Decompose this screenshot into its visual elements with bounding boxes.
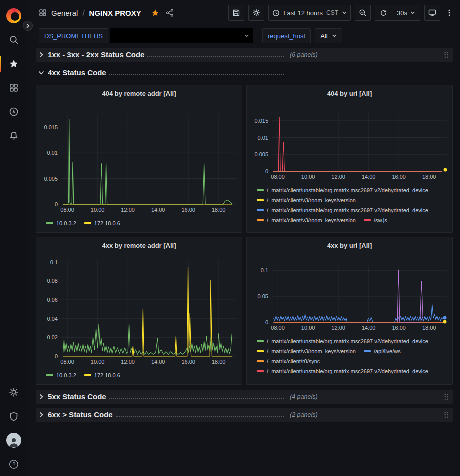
y-tick-label: 0.06 [47, 297, 58, 303]
dashboards-grid-icon [9, 83, 19, 93]
y-tick-label: 0.01 [258, 135, 268, 141]
legend-item[interactable]: /_matrix/client/unstable/org.matrix.msc2… [257, 338, 428, 344]
x-axis: 08:0010:0012:0014:0016:0018:00 [272, 171, 447, 180]
legend-item[interactable]: 172.18.0.6 [84, 372, 120, 378]
x-tick-label: 10:00 [301, 174, 315, 180]
compass-icon [9, 107, 19, 117]
zoom-out-button[interactable] [355, 5, 371, 21]
legend-item[interactable]: /_matrix/client/unstable/org.matrix.msc2… [257, 368, 428, 374]
clock-icon [272, 9, 280, 17]
chevron-right-icon [25, 23, 30, 28]
plot-area[interactable] [61, 259, 237, 356]
star-icon [9, 59, 19, 69]
x-tick-label: 10:00 [91, 359, 105, 365]
share-icon[interactable] [166, 9, 174, 17]
legend-item[interactable]: /_matrix/client/r0/sync [257, 358, 320, 364]
plot-area[interactable] [272, 266, 447, 322]
variable-label-request-host: request_host [262, 28, 311, 43]
x-tick-label: 12:00 [121, 207, 135, 213]
variable-value-ds-dropdown[interactable] [110, 28, 253, 43]
sidebar-item-configuration[interactable] [0, 380, 28, 404]
sidebar-item-profile[interactable] [0, 428, 28, 452]
x-tick-label: 16:00 [392, 174, 406, 180]
panel-2: 404 by uri [All]00.0050.010.01508:0010:0… [246, 85, 453, 233]
legend-color-marker [257, 199, 264, 201]
row-title: 1xx - 3xx - 2xx Status Code [48, 50, 144, 59]
drag-handle-icon[interactable] [444, 51, 449, 58]
row-title: 5xx Status Code [48, 392, 106, 401]
dashboard-settings-button[interactable] [248, 5, 264, 21]
panel-title[interactable]: 4xx by uri [All] [252, 240, 447, 251]
favorite-star-icon[interactable] [151, 9, 159, 17]
legend-item[interactable]: 10.0.3.2 [46, 220, 76, 226]
plot-area[interactable] [61, 114, 237, 204]
legend-item[interactable]: /_matrix/client/v3/room_keys/version [257, 348, 356, 354]
legend-item[interactable]: /api/live/ws [364, 348, 401, 354]
plot-area[interactable] [272, 112, 447, 171]
legend-label: 10.0.3.2 [56, 372, 76, 378]
person-icon [8, 436, 20, 448]
breadcrumb-section[interactable]: General [51, 9, 78, 17]
refresh-controls: 30s [375, 5, 420, 21]
x-tick-label: 08:00 [60, 359, 74, 365]
bell-icon [9, 131, 19, 141]
refresh-button[interactable] [375, 5, 392, 20]
row-header-4xx[interactable]: 4xx Status Code [36, 66, 453, 80]
panel-4: 4xx by uri [All]00.050.108:0010:0012:001… [246, 237, 453, 385]
legend-item[interactable]: /_matrix/client/v3/room_keys/version [257, 217, 356, 223]
sidebar-item-help[interactable]: ? [0, 452, 28, 476]
chart-area: 00.020.040.060.080.1 [41, 259, 237, 356]
row-header-5xx[interactable]: 5xx Status Code (4 panels) [36, 390, 453, 404]
time-range-picker[interactable]: Last 12 hours CST [268, 5, 351, 21]
legend-color-marker [257, 189, 264, 191]
legend-label: /api/live/ws [374, 348, 401, 354]
x-tick-label: 08:00 [271, 325, 285, 331]
legend-item[interactable]: /_matrix/client/v3/room_keys/version [257, 197, 356, 203]
legend-label: 10.0.3.2 [56, 220, 76, 226]
kebab-menu-button[interactable] [444, 5, 454, 21]
row-header-1xx-3xx-2xx[interactable]: 1xx - 3xx - 2xx Status Code (6 panels) [36, 48, 453, 62]
panel-title[interactable]: 4xx by remote addr [All] [41, 240, 237, 251]
y-tick-label: 0 [265, 168, 268, 174]
panel-title[interactable]: 404 by remote addr [All] [41, 88, 237, 99]
sidebar-item-server-admin[interactable] [0, 404, 28, 428]
drag-handle-icon[interactable] [444, 411, 449, 418]
drag-handle-icon[interactable] [444, 393, 449, 400]
y-tick-label: 0.005 [44, 176, 58, 182]
row-header-6xx[interactable]: 6xx > Status Code (2 panels) [36, 408, 453, 422]
refresh-interval-dropdown[interactable]: 30s [392, 5, 420, 20]
legend-item[interactable]: /sw.js [364, 217, 387, 223]
legend-item[interactable]: /_matrix/client/unstable/org.matrix.msc2… [257, 187, 428, 193]
sidebar-item-alerting[interactable] [0, 124, 28, 148]
legend-color-marker [257, 370, 264, 372]
y-tick-label: 0.015 [44, 124, 58, 130]
kebab-menu-icon [445, 9, 453, 17]
sidebar-item-explore[interactable] [0, 100, 28, 124]
legend-color-marker [84, 374, 91, 376]
panel-title[interactable]: 404 by uri [All] [252, 88, 447, 99]
save-dashboard-button[interactable] [228, 5, 244, 21]
legend-color-marker [257, 360, 264, 362]
legend-item[interactable]: 10.0.3.2 [46, 372, 76, 378]
legend-item[interactable]: /_matrix/client/unstable/org.matrix.msc2… [257, 207, 428, 213]
series-endpoint-dot [443, 316, 447, 319]
legend-label: /_matrix/client/r0/sync [267, 358, 320, 364]
sidebar-item-starred[interactable] [0, 52, 28, 76]
sidebar-expand-button[interactable] [23, 21, 33, 31]
x-tick-label: 14:00 [362, 325, 376, 331]
legend-label: /_matrix/client/v3/room_keys/version [267, 197, 356, 203]
variable-value-request-host-dropdown[interactable]: All [315, 28, 342, 43]
svg-text:?: ? [12, 461, 15, 467]
legend-item[interactable]: 172.18.0.6 [84, 220, 120, 226]
legend-color-marker [364, 350, 371, 352]
help-icon: ? [8, 459, 19, 470]
row-dotted-line [109, 74, 284, 75]
monitor-icon [428, 9, 436, 17]
chevron-down-icon [342, 10, 347, 15]
row-dotted-line [147, 56, 284, 57]
legend-label: 172.18.0.6 [94, 372, 120, 378]
sidebar-item-search[interactable] [0, 28, 28, 52]
tv-mode-button[interactable] [424, 5, 440, 21]
sidebar-item-dashboards[interactable] [0, 76, 28, 100]
row-dotted-line [116, 416, 284, 417]
